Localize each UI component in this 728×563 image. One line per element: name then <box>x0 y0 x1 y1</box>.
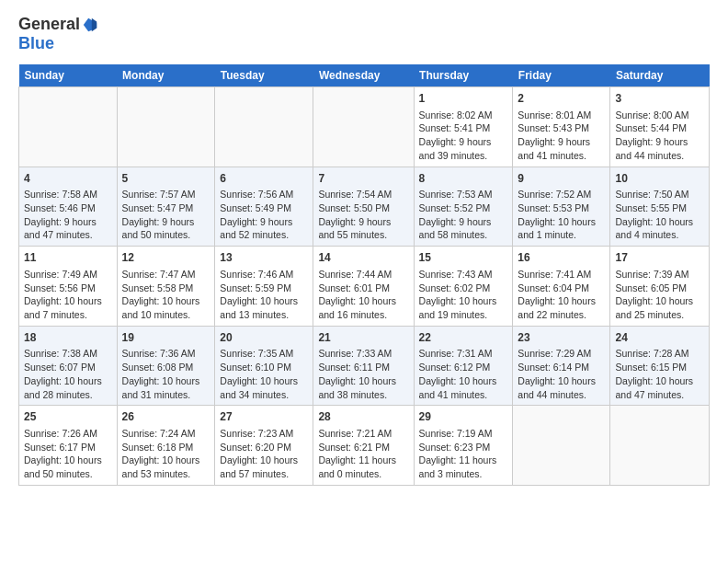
day-header-thursday: Thursday <box>414 64 513 87</box>
daylight-text: Daylight: 10 hours and 50 minutes. <box>24 454 112 480</box>
calendar-cell: 15Sunrise: 7:43 AMSunset: 6:02 PMDayligh… <box>414 247 513 327</box>
day-number: 14 <box>318 250 408 266</box>
daylight-text: Daylight: 9 hours and 58 minutes. <box>419 215 508 242</box>
calendar-cell: 22Sunrise: 7:31 AMSunset: 6:12 PMDayligh… <box>414 326 513 406</box>
calendar-cell: 27Sunrise: 7:23 AMSunset: 6:20 PMDayligh… <box>215 406 313 486</box>
calendar-cell: 14Sunrise: 7:44 AMSunset: 6:01 PMDayligh… <box>313 247 414 327</box>
day-number: 23 <box>518 330 605 346</box>
day-number: 29 <box>419 409 508 425</box>
calendar-cell: 25Sunrise: 7:26 AMSunset: 6:17 PMDayligh… <box>19 406 118 486</box>
calendar-cell: 5Sunrise: 7:57 AMSunset: 5:47 PMDaylight… <box>117 167 215 247</box>
sunrise-text: Sunrise: 7:56 AM <box>220 188 308 201</box>
calendar-cell <box>313 87 414 167</box>
logo-general-text: General <box>18 15 80 34</box>
daylight-text: Daylight: 10 hours and 31 minutes. <box>122 374 210 401</box>
sunset-text: Sunset: 5:43 PM <box>518 121 605 135</box>
daylight-text: Daylight: 9 hours and 55 minutes. <box>318 215 408 242</box>
daylight-text: Daylight: 10 hours and 13 minutes. <box>220 294 308 321</box>
calendar-cell: 6Sunrise: 7:56 AMSunset: 5:49 PMDaylight… <box>215 167 313 247</box>
day-number: 13 <box>220 250 308 266</box>
day-number: 10 <box>615 171 704 187</box>
day-number: 3 <box>615 91 704 107</box>
day-number: 19 <box>122 330 210 346</box>
day-number: 21 <box>318 330 408 346</box>
daylight-text: Daylight: 9 hours and 52 minutes. <box>220 215 308 242</box>
week-row-4: 18Sunrise: 7:38 AMSunset: 6:07 PMDayligh… <box>19 326 710 406</box>
daylight-text: Daylight: 10 hours and 53 minutes. <box>122 454 210 480</box>
sunset-text: Sunset: 6:14 PM <box>518 361 605 374</box>
sunset-text: Sunset: 6:15 PM <box>615 361 704 374</box>
calendar-cell: 3Sunrise: 8:00 AMSunset: 5:44 PMDaylight… <box>610 87 710 167</box>
sunrise-text: Sunrise: 7:47 AM <box>122 268 210 282</box>
sunrise-text: Sunrise: 7:52 AM <box>518 188 605 201</box>
daylight-text: Daylight: 10 hours and 1 minute. <box>518 215 605 242</box>
daylight-text: Daylight: 10 hours and 16 minutes. <box>318 294 408 321</box>
sunset-text: Sunset: 5:41 PM <box>419 121 508 135</box>
header: General Blue <box>18 15 710 53</box>
day-number: 17 <box>615 250 704 266</box>
day-number: 5 <box>122 171 210 187</box>
sunset-text: Sunset: 6:04 PM <box>518 282 605 295</box>
sunset-text: Sunset: 6:11 PM <box>318 361 408 374</box>
daylight-text: Daylight: 10 hours and 34 minutes. <box>220 374 308 401</box>
sunrise-text: Sunrise: 7:21 AM <box>318 427 408 441</box>
sunrise-text: Sunrise: 7:36 AM <box>122 347 210 361</box>
sunset-text: Sunset: 5:52 PM <box>419 201 508 215</box>
week-row-3: 11Sunrise: 7:49 AMSunset: 5:56 PMDayligh… <box>19 247 710 327</box>
calendar-cell: 8Sunrise: 7:53 AMSunset: 5:52 PMDaylight… <box>414 167 513 247</box>
sunset-text: Sunset: 5:44 PM <box>615 121 704 135</box>
daylight-text: Daylight: 11 hours and 0 minutes. <box>318 454 408 480</box>
week-row-2: 4Sunrise: 7:58 AMSunset: 5:46 PMDaylight… <box>19 167 710 247</box>
svg-marker-1 <box>92 17 97 30</box>
sunrise-text: Sunrise: 7:41 AM <box>518 268 605 282</box>
week-row-5: 25Sunrise: 7:26 AMSunset: 6:17 PMDayligh… <box>19 406 710 486</box>
sunrise-text: Sunrise: 8:01 AM <box>518 109 605 122</box>
calendar-cell: 12Sunrise: 7:47 AMSunset: 5:58 PMDayligh… <box>117 247 215 327</box>
day-number: 2 <box>518 91 605 107</box>
daylight-text: Daylight: 10 hours and 25 minutes. <box>615 294 704 321</box>
day-number: 1 <box>419 91 508 107</box>
daylight-text: Daylight: 10 hours and 41 minutes. <box>419 374 508 401</box>
calendar-cell <box>513 406 610 486</box>
calendar-cell: 24Sunrise: 7:28 AMSunset: 6:15 PMDayligh… <box>610 326 710 406</box>
calendar-cell: 18Sunrise: 7:38 AMSunset: 6:07 PMDayligh… <box>19 326 118 406</box>
sunrise-text: Sunrise: 7:35 AM <box>220 347 308 361</box>
calendar-cell: 11Sunrise: 7:49 AMSunset: 5:56 PMDayligh… <box>19 247 118 327</box>
calendar-cell <box>117 87 215 167</box>
sunrise-text: Sunrise: 7:57 AM <box>122 188 210 201</box>
daylight-text: Daylight: 9 hours and 39 minutes. <box>419 135 508 162</box>
day-number: 12 <box>122 250 210 266</box>
day-number: 16 <box>518 250 605 266</box>
sunset-text: Sunset: 6:10 PM <box>220 361 308 374</box>
sunrise-text: Sunrise: 7:28 AM <box>615 347 704 361</box>
sunrise-text: Sunrise: 7:58 AM <box>24 188 112 201</box>
calendar-cell: 17Sunrise: 7:39 AMSunset: 6:05 PMDayligh… <box>610 247 710 327</box>
day-number: 22 <box>419 330 508 346</box>
daylight-text: Daylight: 10 hours and 38 minutes. <box>318 374 408 401</box>
sunset-text: Sunset: 6:07 PM <box>24 361 112 374</box>
sunrise-text: Sunrise: 8:02 AM <box>419 109 508 122</box>
sunset-text: Sunset: 6:02 PM <box>419 282 508 295</box>
daylight-text: Daylight: 10 hours and 28 minutes. <box>24 374 112 401</box>
sunset-text: Sunset: 5:59 PM <box>220 282 308 295</box>
day-header-friday: Friday <box>513 64 610 87</box>
calendar-cell: 19Sunrise: 7:36 AMSunset: 6:08 PMDayligh… <box>117 326 215 406</box>
calendar-cell <box>610 406 710 486</box>
sunrise-text: Sunrise: 7:44 AM <box>318 268 408 282</box>
header-row: SundayMondayTuesdayWednesdayThursdayFrid… <box>19 64 710 87</box>
day-number: 27 <box>220 409 308 425</box>
daylight-text: Daylight: 9 hours and 47 minutes. <box>24 215 112 242</box>
calendar-cell: 4Sunrise: 7:58 AMSunset: 5:46 PMDaylight… <box>19 167 118 247</box>
day-header-wednesday: Wednesday <box>313 64 414 87</box>
logo-blue-text: Blue <box>18 34 54 53</box>
calendar-cell: 9Sunrise: 7:52 AMSunset: 5:53 PMDaylight… <box>513 167 610 247</box>
daylight-text: Daylight: 10 hours and 57 minutes. <box>220 454 308 480</box>
day-number: 11 <box>24 250 112 266</box>
calendar-cell <box>215 87 313 167</box>
daylight-text: Daylight: 9 hours and 50 minutes. <box>122 215 210 242</box>
sunrise-text: Sunrise: 7:53 AM <box>419 188 508 201</box>
day-number: 4 <box>24 171 112 187</box>
sunset-text: Sunset: 6:01 PM <box>318 282 408 295</box>
calendar-cell: 21Sunrise: 7:33 AMSunset: 6:11 PMDayligh… <box>313 326 414 406</box>
calendar-cell: 2Sunrise: 8:01 AMSunset: 5:43 PMDaylight… <box>513 87 610 167</box>
